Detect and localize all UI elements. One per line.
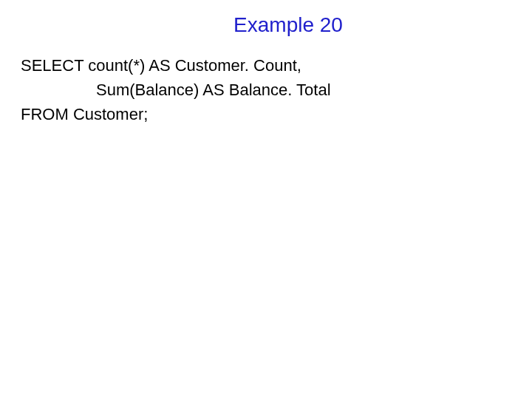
sql-line-2: Sum(Balance) AS Balance. Total (96, 78, 511, 102)
slide-title: Example 20 (65, 13, 511, 37)
sql-line-1: SELECT count(*) AS Customer. Count, (21, 53, 511, 78)
sql-content: SELECT count(*) AS Customer. Count, Sum(… (21, 53, 511, 126)
sql-line-3: FROM Customer; (21, 102, 511, 126)
slide-container: Example 20 SELECT count(*) AS Customer. … (0, 0, 532, 399)
